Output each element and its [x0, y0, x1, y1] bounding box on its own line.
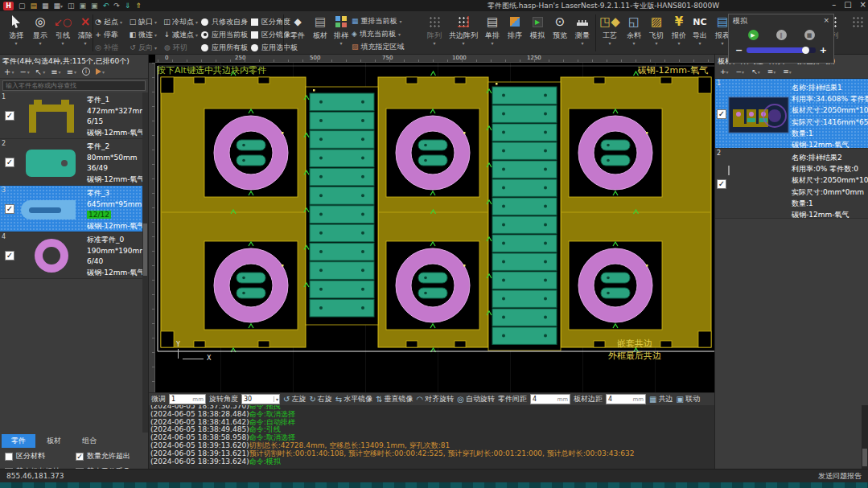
send-report-link[interactable]: 发送问题报告: [818, 471, 862, 482]
result-2-checkbox[interactable]: ✓: [717, 179, 726, 189]
open-folder-icon[interactable]: ▤: [31, 2, 38, 10]
info-button[interactable]: i: [82, 68, 90, 76]
list-view-button[interactable]: ≡▾: [51, 68, 60, 76]
part-gap-input[interactable]: [531, 395, 570, 404]
flycut-button[interactable]: ▨ 飞切▾: [645, 13, 668, 46]
select-sheet-button[interactable]: ↖▾: [751, 68, 760, 76]
minimize-button[interactable]: –: [832, 0, 836, 9]
import-icon[interactable]: ⇓: [125, 2, 131, 10]
redo-icon[interactable]: ↷: [113, 2, 120, 10]
log-area[interactable]: (2024-06-05 18:37:30.570)命令:拖拽 (2024-06-…: [149, 405, 714, 469]
sheet-list-view-button[interactable]: ≡▾: [767, 68, 776, 76]
rotate-right-button[interactable]: ↻右旋: [309, 394, 331, 404]
tab-combine[interactable]: 组合: [72, 434, 106, 448]
part-3-checkbox[interactable]: ✓: [5, 204, 14, 214]
array-button[interactable]: 阵列▾: [422, 13, 447, 46]
nudge-field[interactable]: mm: [169, 394, 206, 404]
slowdown-point-button[interactable]: ↓减速点▾: [163, 28, 198, 41]
print-icon[interactable]: ◫: [68, 2, 75, 10]
part-search-input[interactable]: [3, 81, 145, 90]
part-2-checkbox[interactable]: ✓: [5, 158, 14, 167]
radio-apply-all[interactable]: [201, 44, 208, 51]
sort-button[interactable]: 排序: [504, 13, 526, 41]
radio-self-only[interactable]: [201, 18, 208, 26]
sheet-button[interactable]: ▤ 板材: [309, 13, 331, 41]
angle-combo[interactable]: ▾: [241, 394, 280, 404]
measure-button[interactable]: 测量▾: [571, 13, 594, 46]
mirror-vertical-button[interactable]: ⇅垂直镜像: [376, 394, 413, 404]
select-part-button[interactable]: ↖▾: [35, 68, 45, 76]
fill-region-button[interactable]: ▨填充指定区域: [352, 40, 422, 53]
quote-button[interactable]: ¥ 报价▾: [668, 13, 690, 46]
flag-button[interactable]: ▾: [96, 68, 105, 75]
speed-plus-button[interactable]: +: [820, 45, 827, 55]
tab-sheets[interactable]: 板材: [37, 434, 71, 448]
add-sheet-button[interactable]: +▾: [720, 68, 729, 76]
speed-minus-button[interactable]: −: [735, 45, 743, 55]
capture-icon[interactable]: ▣: [91, 2, 98, 10]
mirror-horizontal-button[interactable]: ⇆水平镜像: [335, 394, 372, 404]
simulate-panel-close-icon[interactable]: ×: [823, 16, 829, 27]
dock-button[interactable]: +停靠: [94, 28, 129, 41]
close-button[interactable]: ×: [860, 0, 866, 9]
link-button[interactable]: ▣联动: [676, 394, 699, 404]
stop-button[interactable]: ■: [804, 30, 815, 40]
check-distinguish-angle[interactable]: [251, 18, 258, 26]
edge-gap-input[interactable]: [607, 395, 645, 404]
radio-apply-selected[interactable]: [251, 44, 258, 51]
single-row-button[interactable]: ▤ 单排▾: [481, 13, 504, 46]
tab-parts[interactable]: 零件: [2, 434, 35, 448]
result-1-checkbox[interactable]: ✓: [717, 109, 726, 119]
remnant-button[interactable]: ◱ 余料▾: [623, 13, 645, 46]
speed-slider[interactable]: [747, 47, 816, 53]
maximize-button[interactable]: □: [844, 0, 851, 9]
part-list-item-3[interactable]: 3 ✓ 零件_3 645mm*95mm 12/12 碳钢-12mm-氧气: [0, 186, 143, 232]
export-nc-button[interactable]: NC 导出▾: [689, 13, 711, 46]
image-icon[interactable]: ▣: [80, 2, 87, 10]
sheet-list-alt-button[interactable]: ≡▾: [783, 68, 792, 76]
part-1-checkbox[interactable]: ✓: [5, 111, 14, 121]
common-edge-button[interactable]: ▦共边: [649, 394, 673, 404]
chevron-down-icon[interactable]: ▾: [274, 396, 278, 402]
clipped-ribbon-button[interactable]: [848, 13, 867, 31]
part-4-checkbox[interactable]: ✓: [5, 251, 14, 260]
ring-cut-button[interactable]: ◍环切: [163, 41, 198, 54]
radio-apply-current[interactable]: [201, 31, 208, 39]
select-button[interactable]: 选择▾: [5, 13, 27, 46]
nest-result-item-2[interactable]: 2 ✓ 名称:排样结果2 利用率:0% 零件数:0 板材尺寸:2050mm*10…: [715, 149, 868, 219]
part-button[interactable]: ◆ 零件: [286, 13, 309, 41]
play-button[interactable]: ▶: [748, 30, 759, 40]
remove-sheet-button[interactable]: −▾: [736, 68, 745, 76]
start-point-button[interactable]: ◔起点▾: [94, 15, 129, 28]
nest-canvas[interactable]: 0 250 500 750 1000 1250 按下Alt键选中共边块内零件 碳…: [149, 55, 714, 392]
new-file-icon[interactable]: ▢: [19, 2, 26, 10]
edge-gap-field[interactable]: mm: [606, 394, 646, 404]
compensation-button[interactable]: ◎补偿: [94, 41, 129, 54]
preview-button[interactable]: ⊙ 预览: [549, 13, 571, 41]
notch-button[interactable]: □缺口▾: [129, 15, 163, 28]
part-list-scrollbar[interactable]: [142, 92, 148, 433]
fill-current-button[interactable]: ◈填充当前板▾: [352, 27, 422, 40]
nudge-input[interactable]: [170, 395, 205, 404]
common-edge-array-button[interactable]: 共边阵列▾: [447, 13, 479, 46]
align-rotate-button[interactable]: ◠对齐旋转: [417, 394, 455, 404]
option-distinguish-material[interactable]: 区分材料: [5, 451, 76, 461]
simulate-button[interactable]: ▶ 模拟: [526, 13, 549, 41]
option-allow-exceed-qty[interactable]: ✓数量允许超出: [76, 451, 152, 461]
rotate-left-button[interactable]: ↺左旋: [283, 394, 306, 404]
microjoint-button[interactable]: ◧微连▾: [129, 28, 163, 41]
add-part-button[interactable]: +▾: [4, 68, 14, 76]
list-alt-view-button[interactable]: ≡▾: [67, 68, 76, 76]
display-button[interactable]: ◎ 显示▾: [29, 13, 51, 46]
process-button[interactable]: ◳◆ 工艺▾: [599, 13, 621, 46]
undo-icon[interactable]: ↶: [103, 2, 109, 10]
part-list-item-2[interactable]: 2 ✓ 零件_2 80mm*50mm 36/49 碳钢-12mm-氧气: [0, 139, 143, 186]
leadline-button[interactable]: ↙○ 引线▾: [51, 13, 74, 46]
reverse-button[interactable]: ↺反向▾: [129, 41, 163, 54]
export-icon[interactable]: ⇑: [135, 2, 142, 10]
part-gap-field[interactable]: mm: [530, 394, 570, 404]
save-icon[interactable]: ▦: [42, 2, 49, 10]
part-list-item-4[interactable]: 4 ✓ 标准零件_0 190mm*190mm 6/40 碳钢-12mm-氧气: [0, 232, 143, 279]
log-scrollbar[interactable]: [862, 405, 868, 469]
cooling-point-button[interactable]: ◫冷却点▾: [163, 15, 198, 28]
